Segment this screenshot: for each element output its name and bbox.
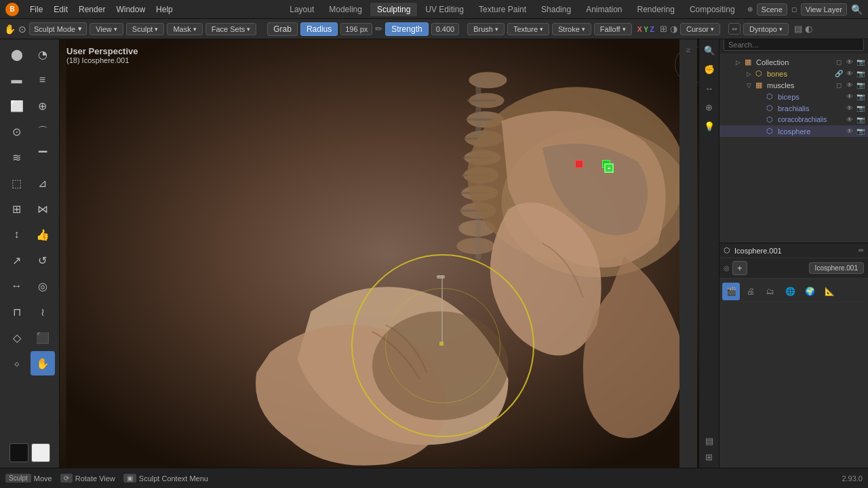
muscles-visibility[interactable]: 👁 bbox=[845, 81, 854, 89]
tab-layout[interactable]: Layout bbox=[283, 3, 321, 16]
background-color[interactable] bbox=[31, 443, 50, 462]
crease-tool[interactable]: ⌒ bbox=[31, 119, 55, 144]
slide-relax-tool[interactable]: ↔ bbox=[5, 274, 29, 298]
radius-button[interactable]: Radius bbox=[300, 22, 338, 36]
new-material-button[interactable]: Icosphere.001 bbox=[809, 262, 864, 274]
viewport-overlay-icon[interactable]: ⊞ bbox=[660, 24, 667, 34]
muscles-exclude[interactable]: ◻ bbox=[834, 81, 844, 89]
render-preview-icon[interactable]: ◐ bbox=[805, 24, 812, 34]
clay-tool[interactable]: ▬ bbox=[5, 68, 29, 92]
outliner-item-biceps[interactable]: ⬡ biceps 👁 📷 bbox=[719, 91, 868, 102]
rotate-tool[interactable]: ↺ bbox=[31, 248, 55, 272]
tab-modeling[interactable]: Modeling bbox=[322, 3, 369, 16]
bones-render[interactable]: 📷 bbox=[856, 70, 865, 77]
brachialis-render[interactable]: 📷 bbox=[856, 104, 865, 112]
outliner-search-input[interactable] bbox=[724, 39, 864, 51]
draw-tool[interactable]: ⬤ bbox=[5, 42, 29, 66]
mask-tab[interactable]: Mask bbox=[167, 23, 202, 35]
falloff-dropdown[interactable]: Falloff bbox=[594, 23, 632, 35]
strength-value[interactable]: 0.400 bbox=[431, 23, 460, 35]
tab-shading[interactable]: Shading bbox=[534, 3, 578, 16]
radius-value[interactable]: 196 px bbox=[340, 23, 372, 35]
n-panel-icon-1[interactable]: N bbox=[680, 42, 696, 58]
dyntopo-dropdown[interactable]: Dyntopo bbox=[743, 23, 789, 35]
view-layer-selector[interactable]: View Layer bbox=[801, 3, 847, 16]
menu-file[interactable]: File bbox=[24, 3, 48, 16]
collection-expand-arrow[interactable]: ▷ bbox=[733, 59, 743, 66]
grid-icon[interactable]: ⊞ bbox=[701, 449, 717, 465]
main-viewport[interactable]: User Perspective (18) Icosphere.001 X Y … bbox=[60, 39, 719, 468]
brachialis-visibility[interactable]: 👁 bbox=[845, 104, 854, 112]
coracobrachialis-render[interactable]: 📷 bbox=[856, 116, 865, 123]
output-props-icon[interactable]: 🖨 bbox=[742, 283, 760, 300]
cloth-tool[interactable]: ≀ bbox=[31, 300, 55, 324]
symmetry-icon[interactable]: ⇔ bbox=[728, 23, 741, 35]
biceps-visibility[interactable]: 👁 bbox=[845, 93, 854, 100]
tab-texture-paint[interactable]: Texture Paint bbox=[472, 3, 533, 16]
z-constraint[interactable]: Z bbox=[650, 25, 654, 33]
boundary-tool[interactable]: ⊓ bbox=[5, 300, 29, 324]
muscles-expand-arrow[interactable]: ▽ bbox=[744, 82, 753, 89]
outliner-item-icosphere[interactable]: ⬡ Icosphere 👁 📷 bbox=[719, 125, 868, 137]
tab-animation[interactable]: Animation bbox=[579, 3, 629, 16]
muscles-render[interactable]: 📷 bbox=[856, 81, 865, 89]
coracobrachialis-visibility[interactable]: 👁 bbox=[845, 116, 854, 123]
outliner-item-collection[interactable]: ▷ ▦ Collection ◻ 👁 📷 bbox=[719, 56, 868, 68]
foreground-color[interactable] bbox=[9, 443, 28, 462]
menu-edit[interactable]: Edit bbox=[48, 3, 73, 16]
search-icon[interactable]: 🔍 bbox=[851, 4, 863, 15]
x-constraint[interactable]: X bbox=[637, 25, 642, 33]
scene-props-icon[interactable]: 🌐 bbox=[781, 283, 799, 300]
multiplane-tool[interactable]: ⊞ bbox=[5, 197, 29, 221]
sculpt-mode-selector[interactable]: Sculpt Mode ▾ bbox=[29, 22, 87, 35]
add-material-slot[interactable]: + bbox=[732, 261, 747, 275]
bones-arrow[interactable]: ▷ bbox=[744, 70, 753, 77]
bones-visibility[interactable]: 👁 bbox=[845, 70, 854, 77]
outliner-item-bones[interactable]: ▷ ⬡ bones 🔗 👁 📷 bbox=[719, 68, 868, 79]
bones-link[interactable]: 🔗 bbox=[834, 70, 844, 77]
smooth-tool[interactable]: ≋ bbox=[5, 145, 29, 169]
scrape-tool[interactable]: ⊿ bbox=[31, 171, 55, 195]
light-icon[interactable]: 💡 bbox=[701, 118, 717, 134]
outliner-item-brachialis[interactable]: ⬡ brachialis 👁 📷 bbox=[719, 102, 868, 114]
outliner-item-coracobrachialis[interactable]: ⬡ coracobrachialis 👁 📷 bbox=[719, 114, 868, 125]
outliner-item-muscles[interactable]: ▽ ▦ muscles ◻ 👁 📷 bbox=[719, 79, 868, 91]
collection-visibility[interactable]: 👁 bbox=[845, 58, 854, 66]
menu-render[interactable]: Render bbox=[73, 3, 111, 16]
inflate-tool[interactable]: ⊕ bbox=[31, 94, 55, 118]
shading-mode-icon[interactable]: ◑ bbox=[670, 24, 677, 34]
mask-tool[interactable]: ⬛ bbox=[31, 325, 55, 350]
move-icon[interactable]: ↔ bbox=[701, 80, 717, 96]
brush-dropdown[interactable]: Brush bbox=[467, 23, 505, 35]
sidebar-icon[interactable]: ▤ bbox=[701, 432, 717, 449]
view-tab[interactable]: View bbox=[90, 23, 123, 35]
tab-uv-editing[interactable]: UV Editing bbox=[418, 3, 471, 16]
blob-tool[interactable]: ⊙ bbox=[5, 119, 29, 144]
strength-button[interactable]: Strength bbox=[385, 22, 428, 36]
active-obj-edit-icon[interactable]: ✏ bbox=[859, 247, 864, 254]
menu-help[interactable]: Help bbox=[151, 3, 178, 16]
grab-tool[interactable]: ✋ bbox=[31, 351, 55, 375]
elastic-tool[interactable]: ◎ bbox=[31, 274, 55, 298]
layer-tool[interactable]: ⬜ bbox=[5, 94, 29, 118]
clay-strips-tool[interactable]: ≡ bbox=[31, 68, 55, 92]
thumb-tool[interactable]: 👍 bbox=[31, 222, 55, 247]
crosshair-icon[interactable]: ⊕ bbox=[701, 99, 717, 115]
face-sets-tab[interactable]: Face Sets bbox=[205, 23, 257, 35]
flatten-tool[interactable]: ▔ bbox=[31, 145, 55, 169]
stroke-dropdown[interactable]: Stroke bbox=[552, 23, 591, 35]
draw-face-sets-tool[interactable]: ⬦ bbox=[5, 351, 29, 375]
magnify-icon[interactable]: 🔍 bbox=[701, 42, 717, 58]
overlay-options-icon[interactable]: ▤ bbox=[794, 24, 802, 34]
cursor-dropdown[interactable]: Cursor bbox=[680, 23, 720, 35]
grab-cursor-icon[interactable]: ✊ bbox=[701, 61, 717, 77]
collection-exclude[interactable]: ◻ bbox=[834, 58, 844, 66]
pinch-tool[interactable]: ⋈ bbox=[31, 197, 55, 221]
simplify-tool[interactable]: ◇ bbox=[5, 325, 29, 350]
y-constraint[interactable]: Y bbox=[644, 25, 648, 33]
nudge-tool[interactable]: ↕ bbox=[5, 222, 29, 247]
draw-sharp-tool[interactable]: ◔ bbox=[31, 42, 55, 66]
texture-dropdown[interactable]: Texture bbox=[507, 23, 549, 35]
view-layer-props-icon[interactable]: 🗂 bbox=[762, 283, 779, 300]
sculpt-tab[interactable]: Sculpt bbox=[126, 23, 165, 35]
